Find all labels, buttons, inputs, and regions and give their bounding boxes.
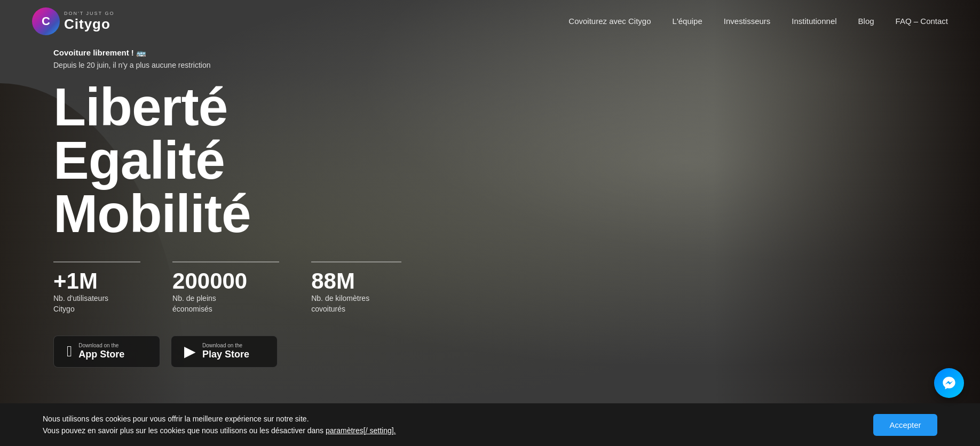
hero-title-line3: Mobilité xyxy=(53,187,927,240)
apple-icon:  xyxy=(67,344,72,359)
play-store-button[interactable]: ▶ Download on the Play Store xyxy=(171,336,278,368)
play-store-icon: ▶ xyxy=(184,344,196,359)
hero-tagline-sub: Depuis le 20 juin, il n'y a plus aucune … xyxy=(53,61,927,69)
stat-users-number: +1M xyxy=(53,269,108,293)
logo-dont-text: DON'T JUST GO xyxy=(64,11,114,16)
cookie-settings-link[interactable]: paramètres[/ setting]. xyxy=(326,426,396,435)
hero-title-line1: Liberté xyxy=(53,80,927,133)
stats-section: +1M Nb. d'utilisateursCitygo 200000 Nb. … xyxy=(53,261,927,314)
stat-users: +1M Nb. d'utilisateursCitygo xyxy=(53,261,140,314)
nav-investisseurs[interactable]: Investisseurs xyxy=(724,17,771,26)
messenger-icon xyxy=(942,376,957,391)
cookie-accept-button[interactable]: Accepter xyxy=(873,414,937,436)
logo[interactable]: C DON'T JUST GO Citygo xyxy=(32,7,114,35)
nav-covoiturez[interactable]: Covoiturez avec Citygo xyxy=(568,17,651,26)
stat-pleins-number: 200000 xyxy=(172,269,247,293)
hero-tagline: Covoiture librement ! 🚌 xyxy=(53,48,927,58)
hero-title: Liberté Egalité Mobilité xyxy=(53,80,927,240)
store-buttons:  Download on the App Store ▶ Download o… xyxy=(53,336,927,368)
hero-section: C DON'T JUST GO Citygo Covoiturez avec C… xyxy=(0,0,980,403)
logo-icon: C xyxy=(32,7,60,35)
logo-text: DON'T JUST GO Citygo xyxy=(64,11,114,33)
stat-pleins: 200000 Nb. de pleinséconomisés xyxy=(172,261,279,314)
stat-km-number: 88M xyxy=(311,269,369,293)
messenger-bubble[interactable] xyxy=(934,368,964,398)
cookie-banner: Nous utilisons des cookies pour vous off… xyxy=(0,403,980,446)
play-store-big-text: Play Store xyxy=(202,349,249,361)
stat-users-label: Nb. d'utilisateursCitygo xyxy=(53,293,108,314)
nav-faq[interactable]: FAQ – Contact xyxy=(896,17,948,26)
app-store-text: Download on the App Store xyxy=(78,343,124,361)
app-store-big-text: App Store xyxy=(78,349,124,361)
nav-blog[interactable]: Blog xyxy=(858,17,874,26)
stat-pleins-label: Nb. de pleinséconomisés xyxy=(172,293,247,314)
app-store-button[interactable]:  Download on the App Store xyxy=(53,336,160,368)
hero-title-line2: Egalité xyxy=(53,133,927,187)
play-store-small-text: Download on the xyxy=(202,343,249,349)
stat-km-label: Nb. de kilomètrescovoiturés xyxy=(311,293,369,314)
stat-km: 88M Nb. de kilomètrescovoiturés xyxy=(311,261,401,314)
navbar: C DON'T JUST GO Citygo Covoiturez avec C… xyxy=(0,0,980,43)
hero-content: Covoiture librement ! 🚌 Depuis le 20 jui… xyxy=(0,43,980,368)
app-store-small-text: Download on the xyxy=(78,343,124,349)
nav-institutionnel[interactable]: Institutionnel xyxy=(792,17,836,26)
play-store-text: Download on the Play Store xyxy=(202,343,249,361)
nav-links: Covoiturez avec Citygo L'équipe Investis… xyxy=(568,17,948,26)
nav-equipe[interactable]: L'équipe xyxy=(673,17,702,26)
cookie-text: Nous utilisons des cookies pour vous off… xyxy=(43,413,396,437)
logo-name: Citygo xyxy=(64,16,114,33)
